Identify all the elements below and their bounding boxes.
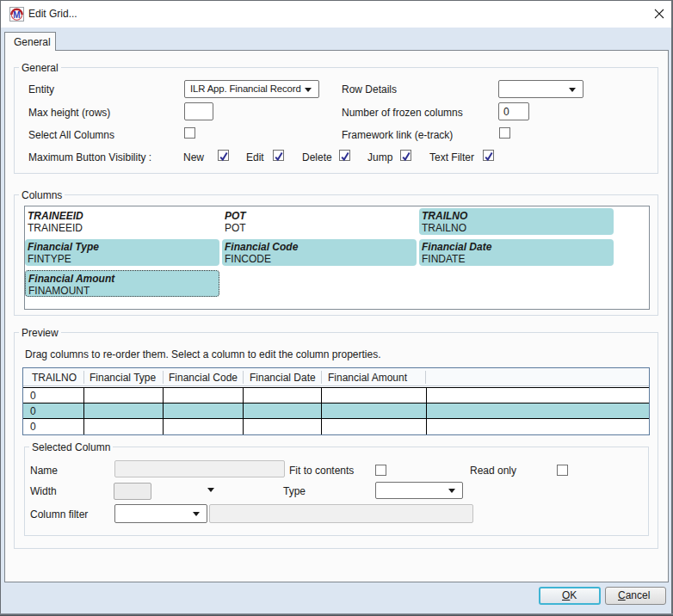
svg-text:M: M <box>13 10 20 20</box>
